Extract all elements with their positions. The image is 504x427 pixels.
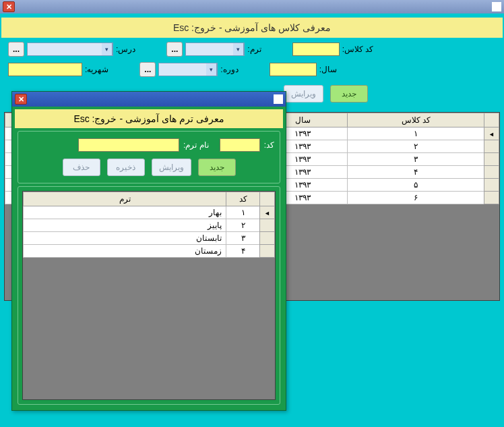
chevron-down-icon: ▾ <box>102 43 113 55</box>
term-name-field[interactable] <box>78 138 179 152</box>
term-combo[interactable]: ▾ <box>185 42 245 56</box>
modal-titlebar: ✕ <box>12 92 286 107</box>
main-titlebar: ✕ <box>0 0 504 13</box>
new-button[interactable]: جدید <box>330 85 368 103</box>
col-class-code: کد کلاس <box>348 113 484 127</box>
label-class-code: کد کلاس: <box>342 45 374 54</box>
modal-new-button[interactable]: جدید <box>198 159 236 176</box>
table-row[interactable]: ۲پاییز <box>24 219 275 232</box>
main-close-button[interactable]: ✕ <box>3 1 15 12</box>
lesson-combo[interactable]: ▾ <box>27 42 113 56</box>
main-window: ✕ معرفی کلاس های آموزشی - خروج: Esc کد ک… <box>0 0 504 427</box>
period-browse-button[interactable]: ... <box>139 62 156 77</box>
chevron-down-icon: ▾ <box>233 43 244 55</box>
modal-delete-button[interactable]: حذف <box>63 159 100 176</box>
tuition-field[interactable] <box>8 63 82 76</box>
modal-close-button[interactable]: ✕ <box>15 94 27 105</box>
modal-save-button[interactable]: ذخیره <box>107 159 145 176</box>
label-period: دوره: <box>220 65 238 74</box>
app-icon <box>274 94 283 104</box>
mcol-term: ترم <box>24 192 226 206</box>
table-row[interactable]: ۳تابستان <box>24 232 275 245</box>
table-row[interactable]: ۱بهار <box>24 206 275 219</box>
label-term-name: نام ترم: <box>183 140 209 150</box>
modal-form: کد: نام ترم: جدید ویرایش ذخیره حذف <box>18 131 280 183</box>
main-title-band: معرفی کلاس های آموزشی - خروج: Esc <box>1 18 503 38</box>
label-lesson: درس: <box>116 45 135 54</box>
year-field[interactable] <box>270 63 317 76</box>
label-term: ترم: <box>247 45 261 54</box>
table-row[interactable]: ۴زمستان <box>24 245 275 258</box>
period-combo[interactable]: ▾ <box>158 63 218 76</box>
term-browse-button[interactable]: ... <box>166 42 183 57</box>
modal-edit-button[interactable]: ویرایش <box>152 159 191 176</box>
modal-title-band: معرفی ترم های آموزشی - خروج: Esc <box>15 109 283 128</box>
edit-button[interactable]: ویرایش <box>284 85 323 103</box>
app-icon <box>492 2 501 11</box>
class-code-field[interactable] <box>292 42 340 56</box>
modal-grid[interactable]: کد ترم ۱بهار ۲پاییز ۳تابستان ۴زمستان <box>22 191 276 400</box>
label-tuition: شهریه: <box>85 65 108 74</box>
label-year: سال: <box>319 65 337 74</box>
mcol-code: کد <box>226 192 260 206</box>
chevron-down-icon: ▾ <box>206 63 217 76</box>
code-field[interactable] <box>220 138 260 152</box>
label-code: کد: <box>264 140 274 150</box>
term-modal: ✕ معرفی ترم های آموزشی - خروج: Esc کد: ن… <box>11 91 286 411</box>
lesson-browse-button[interactable]: ... <box>8 42 24 57</box>
